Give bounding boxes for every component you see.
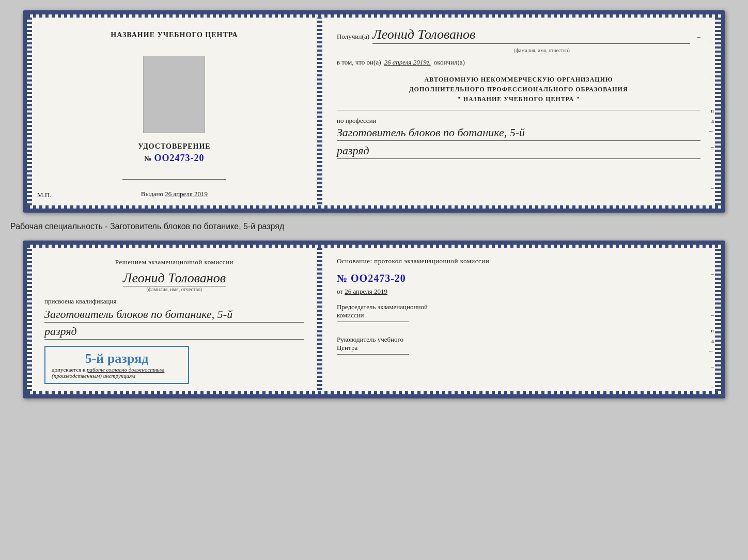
rukovoditel-sig-line xyxy=(337,354,409,355)
name-sublabel-top: (фамилия, имя, отчество) xyxy=(383,45,700,54)
poluchil-label: Получил(а) xyxy=(337,33,369,41)
v-tom-prefix: в том, что он(а) xyxy=(337,58,381,67)
predsedatel-sig-line xyxy=(337,322,409,322)
recipient-name-top: Леонид Толованов xyxy=(372,27,690,44)
qualification-bottom: Заготовитель блоков по ботанике, 5-й xyxy=(44,308,304,323)
certificate-number: OO2473-20 xyxy=(154,153,205,163)
top-document-card: НАЗВАНИЕ УЧЕБНОГО ЦЕНТРА УДОСТОВЕРЕНИЕ №… xyxy=(23,10,725,213)
v-label-i-b: и xyxy=(711,327,714,333)
recipient-bottom-block: Леонид Толованов (фамилия, имя, отчество… xyxy=(123,270,226,292)
org-line3: " НАЗВАНИЕ УЧЕБНОГО ЦЕНТРА " xyxy=(337,94,700,104)
v-label-a: а xyxy=(711,118,714,124)
ot-prefix: от xyxy=(337,287,343,295)
certificate-block: УДОСТОВЕРЕНИЕ № OO2473-20 xyxy=(138,142,210,164)
left-stripe-bottom xyxy=(27,248,32,391)
v-label-dash3: – xyxy=(711,164,714,170)
v-label-dash-b1: – xyxy=(711,270,714,277)
recipient-line: Получил(а) Леонид Толованов – xyxy=(337,27,700,44)
stamp-box: 5-й разряд допускается к работе согласно… xyxy=(44,346,189,384)
org-line1: АВТОНОМНУЮ НЕКОММЕРЧЕСКУЮ ОРГАНИЗАЦИЮ xyxy=(337,75,700,85)
ot-date-value: 26 апреля 2019 xyxy=(345,287,387,295)
photo-placeholder xyxy=(143,56,205,133)
resheniem-label: Решением экзаменационной комиссии xyxy=(115,258,233,266)
stamp-rank-text: 5-й разряд xyxy=(52,351,182,366)
issued-date: 26 апреля 2019 xyxy=(165,190,208,198)
okончил-label: окончил(а) xyxy=(434,58,465,67)
protocol-number-prefix: № xyxy=(337,273,348,284)
bottom-card-right: Основание: протокол экзаменационной коми… xyxy=(322,245,721,394)
v-label-dash1: – xyxy=(708,76,714,79)
predsedatel-line1: Председатель экзаменационной xyxy=(337,303,700,311)
dopusk-text2: (производственным) инструкциям xyxy=(52,373,135,379)
protocol-number: № OO2473-20 xyxy=(337,273,700,284)
top-card-right: Получил(а) Леонид Толованов – (фамилия, … xyxy=(322,14,721,209)
school-name-top: НАЗВАНИЕ УЧЕБНОГО ЦЕНТРА xyxy=(111,30,238,40)
v-label-dash-b3: – xyxy=(711,312,714,318)
specialty-text: Рабочая специальность - Заготовитель бло… xyxy=(10,222,284,231)
left-stripe xyxy=(27,18,32,205)
number-prefix: № xyxy=(144,155,152,163)
rukovoditel-line1: Руководитель учебного xyxy=(337,335,700,344)
dopusk-prefix: допускается к xyxy=(52,366,85,373)
po-professii-label: по профессии xyxy=(337,117,700,125)
rukovoditel-block: Руководитель учебного Центра xyxy=(337,335,700,355)
rukovoditel-line2: Центра xyxy=(337,344,700,352)
center-divider-bottom xyxy=(317,245,322,394)
org-block: АВТОНОМНУЮ НЕКОММЕРЧЕСКУЮ ОРГАНИЗАЦИЮ ДО… xyxy=(337,75,700,105)
razryad-top: разряд xyxy=(337,144,700,159)
certificate-label: УДОСТОВЕРЕНИЕ xyxy=(138,142,210,151)
v-label-i: и xyxy=(711,107,714,114)
v-label-i-top: – xyxy=(708,40,714,43)
v-label-a-b: а xyxy=(711,338,714,344)
org-line2: ДОПОЛНИТЕЛЬНОГО ПРОФЕССИОНАЛЬНОГО ОБРАЗО… xyxy=(337,85,700,94)
protocol-number-value: OO2473-20 xyxy=(351,273,406,284)
mp-label: М.П. xyxy=(37,191,51,199)
v-label-dash-b5: – xyxy=(711,384,714,390)
v-label-arrow: ← xyxy=(708,128,714,134)
v-label-dash-b2: – xyxy=(711,291,714,297)
v-label-arrow-b: ← xyxy=(708,348,714,354)
v-tom-line: в том, что он(а) 26 апреля 2019г. окончи… xyxy=(337,58,700,67)
issued-label: Выдано xyxy=(141,190,163,198)
v-label-dash4: – xyxy=(711,185,714,191)
org-underline xyxy=(337,110,700,110)
osnovanie-text: Основание: протокол экзаменационной коми… xyxy=(337,257,700,265)
completion-date: 26 апреля 2019г. xyxy=(384,58,430,67)
profession-top: Заготовитель блоков по ботанике, 5-й xyxy=(337,126,700,141)
right-stripe-bottom xyxy=(715,248,721,391)
razryad-bottom: разряд xyxy=(44,325,304,340)
ot-date-block: от 26 апреля 2019 xyxy=(337,287,700,296)
v-label-dash2: – xyxy=(711,143,714,150)
issued-block: Выдано 26 апреля 2019 xyxy=(141,190,208,198)
predsedatel-block: Председатель экзаменационной комиссии xyxy=(337,303,700,322)
signature-line-left xyxy=(122,179,226,180)
recipient-name-bottom: Леонид Толованов xyxy=(123,270,226,286)
predsedatel-line2: комиссии xyxy=(337,311,700,319)
v-label-dash-b4: – xyxy=(711,363,714,370)
dash-top: – xyxy=(697,33,701,41)
dopusk-text: работе согласно должностным xyxy=(87,366,164,373)
name-sublabel-bottom: (фамилия, имя, отчество) xyxy=(123,286,226,292)
top-card-left: НАЗВАНИЕ УЧЕБНОГО ЦЕНТРА УДОСТОВЕРЕНИЕ №… xyxy=(27,14,317,209)
center-divider xyxy=(317,14,322,209)
bottom-document-card: Решением экзаменационной комиссии Леонид… xyxy=(23,241,725,398)
dopusk-block: допускается к работе согласно должностны… xyxy=(52,366,182,379)
bottom-card-left: Решением экзаменационной комиссии Леонид… xyxy=(27,245,317,394)
prisvoena-label: присвоена квалификация xyxy=(44,297,116,306)
right-stripe-top xyxy=(715,18,721,205)
